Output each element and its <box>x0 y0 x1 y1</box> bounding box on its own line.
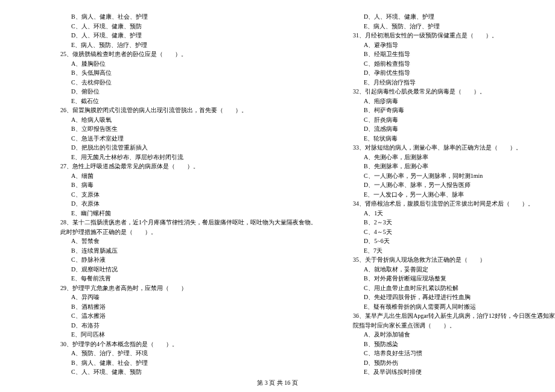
text-line: 28、某十二指肠溃疡患者，近1个月疼痛节律性消失，餐后腹痛伴呕吐，呕吐物为大量隔… <box>60 218 317 227</box>
text-line: D、先处理四肢骨折，再处理进行性血胸 <box>353 292 555 302</box>
text-line: D、预防外伤 <box>353 358 555 368</box>
text-line: A、疱疹病毒 <box>353 96 555 106</box>
text-line: A、1天 <box>353 209 555 218</box>
text-line: B、2～3天 <box>353 218 555 227</box>
text-line: A、就地取材，妥善固定 <box>353 265 555 274</box>
text-line: E、截石位 <box>60 96 317 106</box>
text-line: D、孕前优生指导 <box>353 68 555 78</box>
text-line: 35、关于骨折病人现场急救方法正确的是（ ） <box>353 255 555 265</box>
text-line: C、温水擦浴 <box>60 311 317 321</box>
text-line: A、及时添加辅食 <box>353 330 555 340</box>
text-line: E、一人发口令，另一人测心率、脉率 <box>353 190 555 200</box>
text-line: E、病人、预防、治疗、护理 <box>60 40 317 50</box>
text-line: B、预防感染 <box>353 340 555 349</box>
text-line: E、及早训练按时排便 <box>353 367 555 377</box>
text-line: B、头低脚高位 <box>60 68 317 78</box>
text-line: C、静脉补液 <box>60 255 317 265</box>
text-line: C、支原体 <box>60 190 317 200</box>
text-line: E、月经病治疗指导 <box>353 78 555 87</box>
text-line: D、5~6天 <box>353 236 555 246</box>
text-line: E、用无菌凡士林纱布、厚层纱布封闭引流 <box>60 153 317 162</box>
text-line: E、幽门螺杆菌 <box>60 209 317 218</box>
text-line: D、人、环境、健康、护理 <box>353 12 555 22</box>
text-line: 此时护理措施不正确的是（ ）。 <box>60 227 317 237</box>
text-line: C、去枕仰卧位 <box>60 78 317 87</box>
text-line: E、阿司匹林 <box>60 330 317 340</box>
text-line: B、对外露骨折断端应现场整复 <box>353 274 555 283</box>
text-line: D、衣原体 <box>60 199 317 209</box>
text-line: C、肝炎病毒 <box>353 115 555 125</box>
text-line: D、布洛芬 <box>60 321 317 330</box>
text-line: E、疑有颈椎骨折的病人需要两人同时搬运 <box>353 302 555 312</box>
text-line: D、一人测心率、脉率，另一人报告医师 <box>353 180 555 190</box>
text-line: C、一人测心率，另一人测脉率，同时测1min <box>353 171 555 181</box>
left-column: B、病人、健康、社会、护理C、人、环境、健康、预防D、人、环境、健康、护理E、病… <box>60 12 317 377</box>
text-line: 29、护理甲亢危象患者高热时，应禁用（ ） <box>60 283 317 293</box>
text-line: A、预防、治疗、护理、环境 <box>60 349 317 358</box>
text-line: 32、引起病毒性心肌炎最常见的病毒是（ ）。 <box>353 87 555 96</box>
page-container: B、病人、健康、社会、护理C、人、环境、健康、预防D、人、环境、健康、护理E、病… <box>0 0 555 392</box>
text-line: D、观察呕吐情况 <box>60 265 317 274</box>
text-line: B、酒精擦浴 <box>60 302 317 312</box>
text-line: E、7天 <box>353 246 555 256</box>
text-line: 30、护理学的4个基本概念指的是（ ）。 <box>60 340 317 349</box>
text-line: B、病人、健康、社会、护理 <box>60 12 317 22</box>
text-line: B、立即报告医生 <box>60 124 317 134</box>
text-line: 院指导时应向家长重点强调（ ）。 <box>353 321 555 330</box>
text-line: D、俯卧位 <box>60 87 317 96</box>
text-line: A、膝胸卧位 <box>60 59 317 69</box>
text-line: C、婚前检查指导 <box>353 59 555 69</box>
text-line: 27、急性上呼吸道感染最常见的病原体是（ ）。 <box>60 162 317 171</box>
text-line: A、细菌 <box>60 171 317 181</box>
text-line: 25、做膀胱镜检查时患者的卧位应是（ ）。 <box>60 49 317 59</box>
text-line: 36、某早产儿出生后因Apgar转入新生儿病房，治疗12好转，今日医生遇知家长出… <box>353 311 555 321</box>
text-line: C、人、环境、健康、预防 <box>60 22 317 31</box>
text-line: D、把脱出的引流管重新插入 <box>60 143 317 153</box>
text-line: 26、留置胸膜腔闭式引流管的病人出现引流管脱出，首先要（ ）。 <box>60 106 317 115</box>
text-line: 34、肾癌根治术后，腹膜后引流管的正常拔出时间是术后（ ）。 <box>353 199 555 209</box>
text-line: D、人、环境、健康、护理 <box>60 31 317 40</box>
text-line: A、给病人吸氧 <box>60 115 317 125</box>
text-line: D、流感病毒 <box>353 124 555 134</box>
text-line: 31、月经初潮后女性的一级预防保健重点是（ ）。 <box>353 31 555 40</box>
text-line: C、4～5天 <box>353 227 555 237</box>
text-line: B、柯萨奇病毒 <box>353 106 555 115</box>
text-line: B、病毒 <box>60 180 317 190</box>
text-line: C、用止血带止血时应扎紧以防松解 <box>353 283 555 293</box>
text-line: A、暂禁食 <box>60 236 317 246</box>
text-line: B、连续胃肠减压 <box>60 246 317 256</box>
text-line: B、病人、健康、社会、护理 <box>60 358 317 368</box>
text-line: A、异丙嗪 <box>60 292 317 302</box>
text-line: C、人、环境、健康、预防 <box>60 367 317 377</box>
text-line: B、先测脉率，后测心率 <box>353 162 555 171</box>
text-line: E、轮状病毒 <box>353 134 555 144</box>
text-line: E、每餐前洗胃 <box>60 274 317 283</box>
text-line: A、避孕指导 <box>353 40 555 50</box>
text-line: 33、对脉短绌的病人，测量心率、脉率的正确方法是（ ）。 <box>353 143 555 153</box>
page-footer: 第 3 页 共 16 页 <box>0 379 555 387</box>
text-line: B、经期卫生指导 <box>353 49 555 59</box>
right-column: D、人、环境、健康、护理E、病人、预防、治疗、护理31、月经初潮后女性的一级预防… <box>353 12 555 377</box>
text-line: E、病人、预防、治疗、护理 <box>353 22 555 31</box>
text-line: C、培养良好生活习惯 <box>353 349 555 358</box>
text-line: A、先测心率，后测脉率 <box>353 153 555 162</box>
text-line: C、急送手术室处理 <box>60 134 317 144</box>
